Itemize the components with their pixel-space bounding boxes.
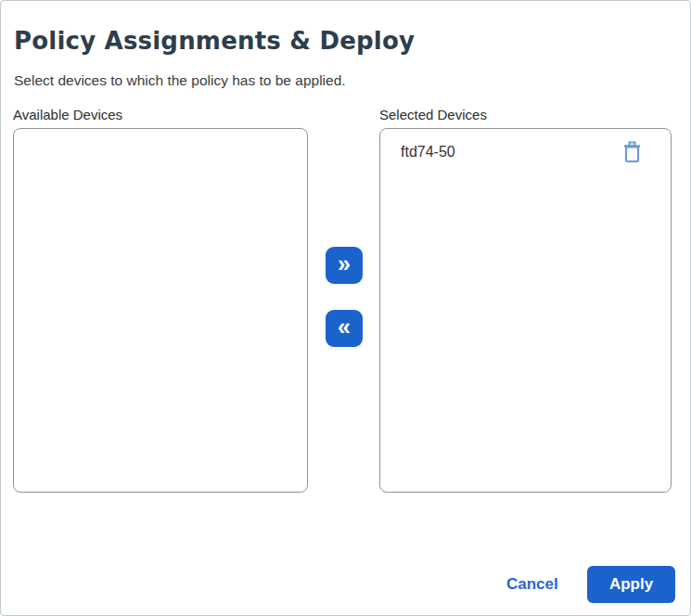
dialog-title: Policy Assignments & Deploy [14, 27, 415, 55]
double-chevron-right-icon: » [338, 250, 351, 277]
selected-device-row[interactable]: ftd74-50 [380, 129, 671, 163]
double-chevron-left-icon: « [338, 314, 351, 340]
available-devices-label: Available Devices [13, 107, 122, 122]
apply-button[interactable]: Apply [587, 566, 675, 603]
selected-devices-label: Selected Devices [379, 107, 487, 122]
device-name: ftd74-50 [401, 144, 455, 160]
move-to-available-button[interactable]: « [326, 310, 363, 347]
move-to-selected-button[interactable]: » [326, 247, 363, 284]
policy-assignments-dialog: Policy Assignments & Deploy Select devic… [0, 0, 691, 616]
remove-device-button[interactable] [622, 141, 642, 163]
trash-icon [622, 152, 642, 166]
dialog-subtitle: Select devices to which the policy has t… [14, 72, 346, 89]
available-devices-listbox[interactable] [13, 128, 308, 493]
selected-devices-listbox[interactable]: ftd74-50 [379, 128, 672, 493]
cancel-button[interactable]: Cancel [506, 575, 558, 594]
